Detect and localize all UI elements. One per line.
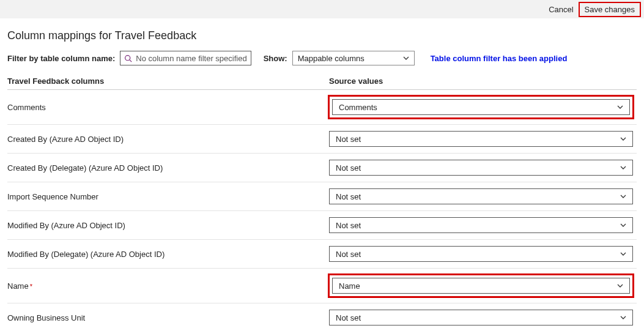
chevron-down-icon (617, 104, 623, 110)
filter-input[interactable]: No column name filter specified (120, 51, 251, 65)
source-value-select[interactable]: Not set (329, 188, 633, 204)
source-value-text: Not set (336, 250, 361, 259)
column-label: Created By (Delegate) (Azure AD Object I… (7, 163, 163, 173)
page-title: Column mappings for Travel Feedback (7, 29, 637, 42)
chevron-down-icon (620, 314, 626, 321)
chevron-down-icon (403, 55, 409, 61)
top-toolbar: Cancel Save changes (0, 0, 644, 18)
column-headers: Travel Feedback columns Source values (7, 76, 637, 90)
column-label: Import Sequence Number (7, 192, 98, 201)
chevron-down-icon (620, 193, 626, 199)
source-value-text: Not set (336, 163, 361, 173)
header-left: Travel Feedback columns (7, 76, 104, 86)
mapping-row: Owning Business UnitNot set (7, 303, 637, 331)
mapping-row: Name*Name (7, 269, 637, 303)
source-value-text: Not set (336, 135, 361, 144)
source-value-text: Not set (336, 221, 361, 230)
mapping-row: Modified By (Azure AD Object ID)Not set (7, 211, 637, 240)
show-label: Show: (264, 54, 287, 63)
svg-point-0 (125, 55, 130, 60)
column-label: Owning Business Unit (7, 313, 85, 322)
search-icon (124, 54, 132, 62)
chevron-down-icon (620, 165, 626, 171)
filter-bar: Filter by table column name: No column n… (7, 51, 637, 65)
source-value-text: Comments (339, 103, 377, 112)
filter-label: Filter by table column name: (7, 54, 115, 63)
mapping-row: Created By (Delegate) (Azure AD Object I… (7, 154, 637, 182)
mapping-row: Created By (Azure AD Object ID)Not set (7, 125, 637, 154)
svg-line-1 (130, 59, 131, 61)
column-label: Name (7, 281, 29, 291)
mapping-row: Modified By (Delegate) (Azure AD Object … (7, 240, 637, 269)
show-select-value: Mappable columns (298, 54, 365, 63)
source-value-select[interactable]: Not set (329, 310, 633, 325)
source-value-select[interactable]: Name (332, 278, 630, 294)
source-value-select[interactable]: Not set (329, 217, 633, 233)
filter-status: Table column filter has been applied (431, 54, 568, 63)
mapping-row: Import Sequence NumberNot set (7, 182, 637, 211)
column-label: Comments (7, 103, 46, 112)
source-value-select[interactable]: Not set (329, 246, 633, 262)
cancel-button[interactable]: Cancel (544, 3, 578, 16)
filter-placeholder: No column name filter specified (136, 54, 246, 63)
show-select[interactable]: Mappable columns (292, 51, 415, 65)
source-value-select[interactable]: Comments (332, 99, 630, 115)
source-value-select[interactable]: Not set (329, 131, 633, 147)
required-indicator: * (30, 283, 32, 290)
column-label: Modified By (Azure AD Object ID) (7, 221, 125, 230)
column-label: Modified By (Delegate) (Azure AD Object … (7, 250, 165, 259)
mapping-row: CommentsComments (7, 90, 637, 125)
header-right: Source values (325, 76, 383, 86)
chevron-down-icon (620, 222, 626, 228)
save-changes-button[interactable]: Save changes (579, 2, 641, 17)
source-value-text: Name (339, 281, 360, 291)
chevron-down-icon (620, 251, 626, 257)
column-label: Created By (Azure AD Object ID) (7, 135, 124, 144)
source-value-text: Not set (336, 192, 361, 201)
source-value-text: Not set (336, 313, 361, 322)
source-value-select[interactable]: Not set (329, 160, 633, 176)
chevron-down-icon (617, 283, 623, 289)
chevron-down-icon (620, 136, 626, 142)
